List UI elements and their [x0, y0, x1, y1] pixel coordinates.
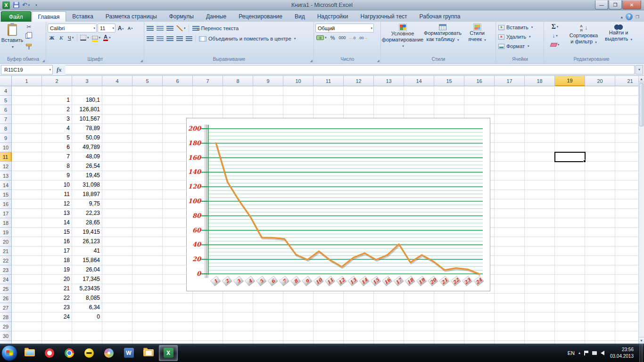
cell-R4C7[interactable]: [193, 86, 223, 96]
cell-R23C4[interactable]: [102, 265, 132, 275]
align-center-button[interactable]: [156, 34, 165, 43]
cell-R14C4[interactable]: [102, 181, 132, 190]
cell-R9C2[interactable]: 5: [42, 133, 72, 143]
cell-R22C17[interactable]: [495, 256, 525, 265]
cell-R29C10[interactable]: [283, 322, 314, 331]
cell-R30C16[interactable]: [464, 331, 495, 341]
decrease-indent-button[interactable]: [175, 34, 184, 43]
cell-R4C3[interactable]: [72, 86, 102, 96]
row-header-8[interactable]: 8: [0, 124, 12, 133]
cell-R29C14[interactable]: [404, 322, 434, 331]
cell-R30C19[interactable]: [555, 331, 585, 341]
insert-cells-button[interactable]: Вставить▾: [497, 23, 543, 32]
cell-R15C18[interactable]: [525, 190, 555, 199]
cell-R28C6[interactable]: [163, 313, 193, 322]
cell-R29C17[interactable]: [495, 322, 525, 331]
column-header-6[interactable]: 6: [163, 76, 193, 86]
cell-R29C16[interactable]: [464, 322, 495, 331]
cell-R25C20[interactable]: [585, 284, 615, 294]
cell-R6C20[interactable]: [585, 105, 615, 115]
select-all-corner[interactable]: [0, 76, 12, 86]
show-desktop-button[interactable]: [639, 344, 643, 362]
cell-R17C18[interactable]: [525, 209, 555, 218]
cell-R5C3[interactable]: 180,1: [72, 96, 102, 105]
cell-R30C6[interactable]: [163, 331, 193, 341]
cell-R29C9[interactable]: [253, 322, 283, 331]
cell-R28C9[interactable]: [253, 313, 283, 322]
cell-R8C5[interactable]: [132, 124, 163, 133]
cell-R11C17[interactable]: [495, 152, 525, 162]
cell-R6C5[interactable]: [132, 105, 163, 115]
action-center-icon[interactable]: [584, 351, 588, 355]
scrollbar-thumb[interactable]: [639, 83, 644, 126]
cell-R27C16[interactable]: [464, 303, 495, 313]
cell-R27C6[interactable]: [163, 303, 193, 313]
cell-R16C2[interactable]: 12: [42, 199, 72, 209]
cell-R20C5[interactable]: [132, 237, 163, 247]
hidden-icons-arrow[interactable]: ▴: [578, 351, 580, 355]
cell-R8C18[interactable]: [525, 124, 555, 133]
cell-R26C11[interactable]: [314, 294, 344, 303]
column-header-3[interactable]: 3: [72, 76, 102, 86]
cell-R17C3[interactable]: 22,23: [72, 209, 102, 218]
cell-R7C19[interactable]: [555, 115, 585, 124]
increase-indent-button[interactable]: [185, 34, 193, 43]
cell-R24C19[interactable]: [555, 275, 585, 284]
tab-Надстройки[interactable]: Надстройки: [311, 11, 355, 22]
row-header-11[interactable]: 11: [0, 152, 12, 162]
column-header-9[interactable]: 9: [253, 76, 283, 86]
cell-R6C10[interactable]: [283, 105, 314, 115]
cell-R30C4[interactable]: [102, 331, 132, 341]
scroll-down-button[interactable]: ▼: [639, 337, 644, 344]
taskbar-app-documents-folder[interactable]: [139, 345, 158, 361]
row-header-30[interactable]: 30: [0, 331, 12, 341]
cell-R29C11[interactable]: [314, 322, 344, 331]
cell-R7C1[interactable]: [12, 115, 42, 124]
cell-R21C2[interactable]: 17: [42, 247, 72, 256]
cell-R30C10[interactable]: [283, 331, 314, 341]
cell-R17C2[interactable]: 13: [42, 209, 72, 218]
close-button[interactable]: ✕: [622, 0, 641, 9]
cell-R29C13[interactable]: [374, 322, 404, 331]
cell-R30C7[interactable]: [193, 331, 223, 341]
cell-R28C20[interactable]: [585, 313, 615, 322]
grow-font-button[interactable]: А▴: [116, 24, 125, 33]
wrap-text-button[interactable]: Перенос текста: [191, 24, 240, 33]
cell-R9C1[interactable]: [12, 133, 42, 143]
cell-R19C4[interactable]: [102, 228, 132, 237]
cell-R20C17[interactable]: [495, 237, 525, 247]
cell-R7C5[interactable]: [132, 115, 163, 124]
percent-style-button[interactable]: %: [329, 33, 337, 42]
column-header-11[interactable]: 11: [314, 76, 344, 86]
cell-R13C18[interactable]: [525, 171, 555, 181]
cell-R20C1[interactable]: [12, 237, 42, 247]
cell-R18C17[interactable]: [495, 218, 525, 228]
cell-R29C12[interactable]: [344, 322, 374, 331]
cell-R27C17[interactable]: [495, 303, 525, 313]
decrease-decimal-button[interactable]: .00→: [357, 33, 368, 42]
font-size-combo[interactable]: 11▾: [98, 24, 116, 33]
cell-R10C5[interactable]: [132, 143, 163, 152]
taskbar-app-opera[interactable]: [40, 345, 59, 361]
cell-R13C4[interactable]: [102, 171, 132, 181]
cell-R19C3[interactable]: 19,415: [72, 228, 102, 237]
align-middle-button[interactable]: [156, 24, 165, 33]
cell-R23C17[interactable]: [495, 265, 525, 275]
cell-R8C20[interactable]: [585, 124, 615, 133]
cell-R18C4[interactable]: [102, 218, 132, 228]
font-dialog-launcher[interactable]: ◢: [140, 59, 143, 62]
cell-R18C18[interactable]: [525, 218, 555, 228]
cell-R18C1[interactable]: [12, 218, 42, 228]
row-header-4[interactable]: 4: [0, 86, 12, 96]
align-left-button[interactable]: [146, 34, 155, 43]
align-top-button[interactable]: [146, 24, 155, 33]
cell-R9C5[interactable]: [132, 133, 163, 143]
cell-R27C18[interactable]: [525, 303, 555, 313]
cell-R12C4[interactable]: [102, 162, 132, 171]
shrink-font-button[interactable]: А▾: [126, 24, 134, 33]
cell-R27C9[interactable]: [253, 303, 283, 313]
row-header-12[interactable]: 12: [0, 162, 12, 171]
cell-R28C12[interactable]: [344, 313, 374, 322]
cell-R30C5[interactable]: [132, 331, 163, 341]
cell-R29C5[interactable]: [132, 322, 163, 331]
